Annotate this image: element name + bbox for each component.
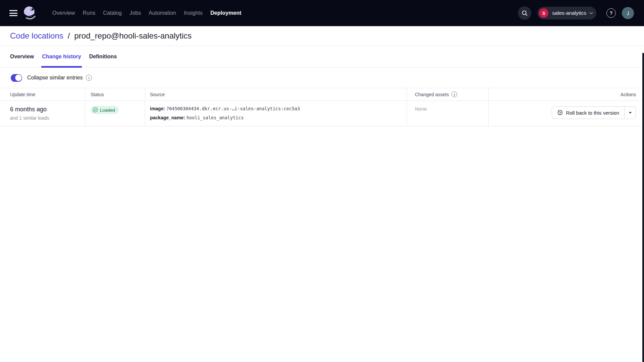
- nav-item-overview[interactable]: Overview: [52, 10, 75, 16]
- change-history-table: Update time Status Source Changed assets…: [0, 88, 644, 126]
- source-package-line: package_name: hooli_sales_analytics: [150, 113, 407, 122]
- main-nav: Overview Runs Catalog Jobs Automation In…: [52, 10, 241, 16]
- breadcrumb: Code locations / prod_repo@hooli-sales-a…: [0, 26, 644, 46]
- breadcrumb-separator: /: [68, 31, 70, 41]
- rollback-button-label: Roll back to this version: [566, 110, 619, 116]
- breadcrumb-code-locations-link[interactable]: Code locations: [10, 31, 63, 41]
- nav-item-deployment[interactable]: Deployment: [210, 10, 241, 16]
- column-header-actions: Actions: [489, 88, 644, 101]
- nav-item-jobs[interactable]: Jobs: [129, 10, 141, 16]
- filter-row: Collapse similar entries i: [0, 68, 644, 88]
- app-root: Overview Runs Catalog Jobs Automation In…: [0, 0, 644, 362]
- page-title: prod_repo@hooli-sales-analytics: [74, 31, 192, 41]
- question-mark-icon: ?: [610, 10, 613, 16]
- vertical-scrollbar[interactable]: [642, 53, 644, 362]
- status-badge-label: Loaded: [100, 108, 115, 113]
- user-avatar[interactable]: J: [622, 7, 634, 19]
- cell-status: Loaded: [85, 101, 145, 126]
- tab-overview[interactable]: Overview: [10, 46, 34, 67]
- rollback-history-icon: [557, 110, 563, 116]
- tab-definitions[interactable]: Definitions: [89, 46, 117, 67]
- status-badge: Loaded: [91, 106, 119, 114]
- column-header-status: Status: [85, 88, 145, 101]
- update-time-value: 6 months ago: [10, 105, 85, 113]
- tab-change-history[interactable]: Change history: [42, 46, 81, 67]
- tab-bar: Overview Change history Definitions: [0, 46, 644, 68]
- cell-update-time: 6 months ago and 1 similar loads: [0, 101, 85, 126]
- nav-item-runs[interactable]: Runs: [83, 10, 95, 16]
- cell-source: image: 764506304434.dkr.ecr.us-…i-sales-…: [145, 101, 407, 126]
- collapse-toggle-label: Collapse similar entries: [27, 75, 83, 81]
- hamburger-menu-icon[interactable]: [9, 9, 18, 17]
- cell-changed-assets: None: [407, 101, 489, 126]
- info-icon[interactable]: i: [451, 92, 457, 97]
- nav-item-insights[interactable]: Insights: [184, 10, 203, 16]
- rollback-button[interactable]: Roll back to this version: [552, 107, 624, 119]
- update-time-note: and 1 similar loads: [10, 115, 85, 121]
- chevron-down-icon: [589, 12, 593, 14]
- check-circle-icon: [93, 107, 98, 113]
- workspace-switcher[interactable]: S sales-analytics: [537, 7, 596, 19]
- column-header-changed-assets: Changed assets i: [407, 88, 489, 101]
- nav-right-cluster: S sales-analytics ? J: [518, 6, 634, 20]
- nav-item-catalog[interactable]: Catalog: [103, 10, 122, 16]
- nav-item-automation[interactable]: Automation: [149, 10, 176, 16]
- rollback-split-button: Roll back to this version: [552, 106, 636, 119]
- collapse-similar-entries-toggle[interactable]: [11, 74, 22, 82]
- search-icon: [522, 10, 528, 16]
- search-button[interactable]: [518, 6, 531, 20]
- rollback-dropdown-button[interactable]: [624, 107, 636, 119]
- caret-down-icon: [629, 112, 632, 114]
- column-header-source: Source: [145, 88, 407, 101]
- top-nav: Overview Runs Catalog Jobs Automation In…: [0, 0, 644, 26]
- dagster-logo-icon[interactable]: [22, 5, 38, 21]
- workspace-initial-badge: S: [539, 8, 548, 18]
- cell-actions: Roll back to this version: [489, 101, 644, 126]
- info-icon[interactable]: i: [86, 75, 92, 81]
- column-header-update-time: Update time: [0, 88, 85, 101]
- help-button[interactable]: ?: [606, 8, 616, 18]
- source-image-line: image: 764506304434.dkr.ecr.us-…i-sales-…: [150, 104, 407, 113]
- workspace-name: sales-analytics: [552, 10, 586, 16]
